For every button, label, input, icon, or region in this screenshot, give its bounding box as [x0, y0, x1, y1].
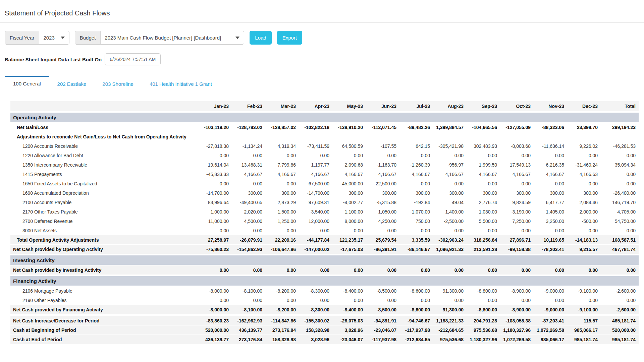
cell-value: 520,000.00: [197, 327, 231, 333]
cell-value: 300.00: [331, 190, 365, 196]
cell-value: 7,250.00: [499, 219, 533, 224]
cell-value: 3,335.59: [398, 237, 432, 243]
budget-select[interactable]: Budget 2023 Main Cash Flow Budget [Plann…: [75, 31, 245, 45]
cell-value: 1,096,921.33: [432, 247, 466, 252]
cell-value: 1,030.00: [466, 209, 499, 215]
cell-value: -26,079.91: [231, 237, 264, 243]
cell-value: 0.00: [398, 181, 432, 186]
cell-value: -9,100.00: [566, 288, 600, 294]
section-label: Operating Activity: [10, 115, 639, 120]
cell-value: -9,100.00: [566, 307, 600, 312]
cell-value: 0.00: [566, 267, 600, 273]
cell-value: -127,055.09: [499, 125, 533, 130]
cell-value: 25,679.54: [365, 237, 398, 243]
cell-value: 1,999.50: [466, 162, 499, 168]
cell-value: 1,188,221.33: [432, 318, 466, 323]
cell-value: 0.00: [231, 298, 264, 303]
row-label: Adjustments to reconcile Net Gain/Loss t…: [10, 134, 197, 139]
cell-value: -45,833.33: [197, 172, 231, 177]
tab-202-eastlake[interactable]: 202 Eastlake: [49, 77, 95, 91]
cell-value: 3,028.96: [331, 327, 365, 333]
table-row: 2700 Deferred Revenue11,000.004,500.001,…: [10, 217, 639, 226]
column-header: Jun-23: [365, 104, 398, 109]
cell-value: 2,084.46: [566, 200, 600, 205]
cell-value: -75,860.23: [197, 247, 231, 252]
cell-value: 467,781.74: [600, 247, 638, 252]
load-button[interactable]: Load: [250, 31, 271, 45]
cell-value: -73,411.59: [298, 143, 331, 149]
cell-value: -3,190.00: [499, 209, 533, 215]
column-header: Oct-23: [499, 104, 533, 109]
fiscal-year-label: Fiscal Year: [5, 31, 39, 44]
column-header: Apr-23: [298, 104, 331, 109]
toolbar: Fiscal Year 2023 Budget 2023 Main Cash F…: [5, 31, 644, 45]
column-header: Jul-23: [398, 104, 432, 109]
cell-value: 4,705.00: [600, 209, 638, 215]
table-row: Total Operating Activity Adjustments27,2…: [10, 235, 639, 245]
cell-value: -1,260.39: [398, 162, 432, 168]
page: Statement of Projected Cash Flows Fiscal…: [0, 0, 644, 362]
tab-401-health-initiative-1-grant[interactable]: 401 Health Initiative 1 Grant: [142, 77, 220, 91]
cell-value: 1,180,327.96: [499, 327, 533, 333]
table-row: 1350 Intercompany Receivable19,614.0413,…: [10, 160, 639, 170]
cell-value: -8,000.00: [197, 307, 231, 312]
cell-value: 0.00: [197, 181, 231, 186]
cell-value: 4,166.67: [499, 172, 533, 177]
cell-value: -11,636.14: [533, 143, 566, 149]
cell-value: -117,937.98: [365, 337, 398, 342]
tab-203-shoreline[interactable]: 203 Shoreline: [94, 77, 142, 91]
fiscal-year-select[interactable]: Fiscal Year 2023: [5, 31, 69, 45]
cell-value: 27,896.71: [499, 237, 533, 243]
cash-flow-table: Jan-23Feb-23Mar-23Apr-23May-23Jun-23Jul-…: [10, 101, 639, 344]
cell-value: 1,072,269.58: [533, 327, 566, 333]
cell-value: 3,028.96: [298, 337, 331, 342]
cell-value: -86,391.91: [365, 247, 398, 252]
cell-value: 0.00: [331, 298, 365, 303]
cell-value: 6,216.35: [533, 162, 566, 168]
cell-value: 7,799.86: [264, 162, 298, 168]
row-label: Cash at End of Period: [10, 337, 197, 342]
cell-value: 0.00: [331, 267, 365, 273]
row-label: Net Cash Increase/Decrease for Period: [10, 318, 197, 323]
cell-value: -154,862.93: [231, 247, 264, 252]
cell-value: -1,163.70: [365, 162, 398, 168]
cell-value: -500.00: [566, 219, 600, 224]
cell-value: -106,647.86: [264, 247, 298, 252]
cell-value: 0.00: [264, 153, 298, 158]
row-label: 1650 Fixed Assets to be Capitalized: [10, 181, 197, 186]
cell-value: -8,800.00: [466, 307, 499, 312]
cell-value: 300.00: [365, 190, 398, 196]
page-title: Statement of Projected Cash Flows: [0, 0, 644, 22]
cell-value: 3,250.00: [533, 219, 566, 224]
cell-value: 4,166.63: [566, 172, 600, 177]
cell-value: 300.00: [499, 190, 533, 196]
cell-value: 0.00: [533, 181, 566, 186]
last-built-input[interactable]: 6/26/2024 7:57:51 AM: [105, 53, 161, 65]
table-row: Net Cash provided by Investing Activity0…: [10, 265, 639, 275]
table-header-row: Jan-23Feb-23Mar-23Apr-23May-23Jun-23Jul-…: [10, 101, 639, 111]
cell-value: 0.00: [264, 267, 298, 273]
fund-tabstrip: 100 General202 Eastlake203 Shoreline401 …: [5, 75, 639, 91]
table-row: 2190 Other Payables0.000.000.000.000.000…: [10, 296, 639, 305]
cell-value: 4,166.67: [331, 172, 365, 177]
cell-value: 975,536.68: [466, 327, 499, 333]
cell-value: 17,549.13: [499, 162, 533, 168]
table-row: Net Gain/Loss-103,119.20-128,783.02-128,…: [10, 123, 639, 132]
cell-value: 0.00: [231, 153, 264, 158]
cell-value: 11,000.00: [197, 219, 231, 224]
column-header: Mar-23: [264, 104, 298, 109]
cell-value: 750.00: [398, 219, 432, 224]
cell-value: 10,119.65: [533, 237, 566, 243]
cell-value: -9,000.00: [533, 307, 566, 312]
row-label: 3000 Net Assets: [10, 228, 197, 233]
cell-value: -104,665.56: [466, 125, 499, 130]
row-label: Total Operating Activity Adjustments: [10, 237, 197, 243]
row-label: Net Cash provided by Operating Activity: [10, 247, 197, 252]
tab-100-general[interactable]: 100 General: [5, 76, 49, 93]
cell-value: -2,600.00: [600, 307, 638, 312]
cell-value: 1,400.00: [432, 209, 466, 215]
cell-value: 0.00: [264, 298, 298, 303]
cell-value: -14,183.13: [566, 237, 600, 243]
export-button[interactable]: Export: [277, 31, 302, 45]
cell-value: 22,500.00: [365, 181, 398, 186]
